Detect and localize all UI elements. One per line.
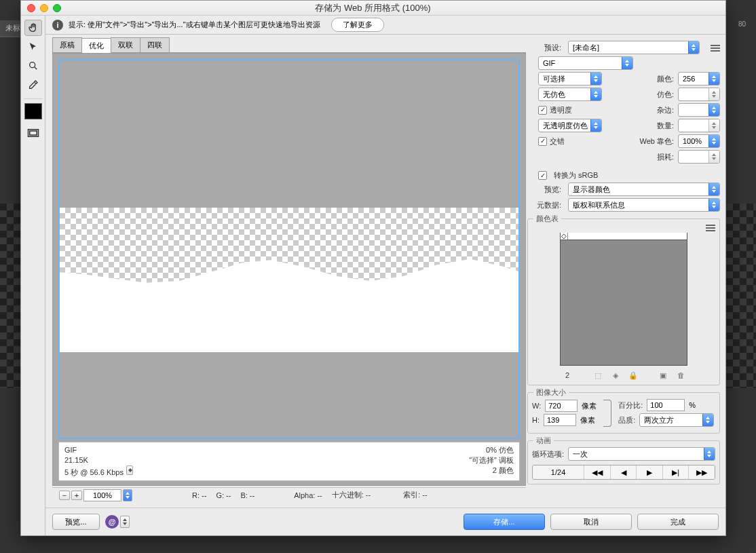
zoom-tool[interactable]	[24, 58, 42, 74]
percent-input[interactable]	[647, 399, 685, 411]
save-for-web-window: 存储为 Web 所用格式 (100%)	[20, 0, 726, 536]
tab-2up[interactable]: 双联	[111, 37, 140, 52]
dialog-buttons: 预览... @ 存储... 取消 完成	[45, 508, 725, 535]
settings-panel: 预设: [未命名] GIF 可选择 颜色: 256	[527, 35, 725, 508]
color-table-swatches[interactable]	[560, 240, 687, 366]
trans-amount-combo	[678, 119, 720, 132]
dither-amount-label: 仿色:	[657, 90, 674, 100]
status-index: 索引: --	[403, 490, 427, 500]
tab-4up[interactable]: 四联	[140, 37, 170, 52]
loop-combo[interactable]: 一次	[568, 447, 715, 461]
width-unit: 像素	[582, 401, 597, 411]
color-table-menu-icon[interactable]	[706, 223, 715, 231]
preview-button[interactable]: 预览...	[52, 514, 100, 530]
preview-mode-tabs: 原稿 优化 双联 四联	[52, 37, 526, 53]
background-canvas-info: 80	[738, 20, 746, 28]
frame-play-button[interactable]: ▶	[637, 465, 663, 479]
percent-label: 百分比:	[618, 400, 643, 411]
preview-profile-combo[interactable]: 显示器颜色	[568, 183, 720, 196]
height-input[interactable]	[544, 414, 576, 426]
color-table-title: 颜色表	[533, 214, 561, 224]
ct-delete-icon[interactable]: 🗑	[675, 370, 687, 381]
window-title: 存储为 Web 所用格式 (100%)	[61, 2, 685, 14]
transparency-checkbox[interactable]	[538, 106, 547, 115]
height-label: H:	[532, 416, 540, 424]
slice-select-tool[interactable]	[24, 39, 42, 55]
preset-combo[interactable]: [未命名]	[568, 41, 700, 54]
frame-last-button[interactable]: ▶▶	[689, 465, 715, 479]
status-bar: − + R: -- G: -- B: -- Alpha: -- 十六进	[52, 487, 526, 502]
zoom-in-btn[interactable]: +	[71, 491, 82, 500]
svg-point-0	[29, 62, 35, 68]
frame-controls: 1/24 ◀◀ ◀ ▶ ▶| ▶▶	[532, 465, 715, 480]
frame-next-button[interactable]: ▶|	[663, 465, 689, 479]
width-input[interactable]	[545, 400, 578, 412]
browser-preview-icon[interactable]: @	[105, 515, 119, 529]
preset-menu-icon[interactable]	[711, 43, 720, 52]
websnap-combo[interactable]: 100%	[678, 134, 720, 148]
interlaced-checkbox[interactable]	[538, 137, 547, 146]
percent-unit: %	[689, 401, 696, 409]
info-size: 21.15K	[64, 455, 133, 465]
toggle-slices-button[interactable]	[24, 125, 42, 141]
transparency-label: 透明度	[550, 105, 572, 115]
width-label: W:	[532, 402, 541, 410]
window-minimize-button[interactable]	[40, 4, 48, 12]
browser-menu-stepper[interactable]	[120, 516, 130, 528]
info-palette: "可选择" 调板	[469, 455, 514, 465]
dither-combo[interactable]: 无仿色	[538, 88, 602, 101]
color-table-header: ◇	[560, 233, 687, 240]
trans-amount-label: 数量:	[657, 121, 674, 131]
tab-optimized[interactable]: 优化	[81, 38, 111, 53]
status-b: B: --	[240, 491, 254, 499]
eyedropper-tool[interactable]	[24, 77, 42, 93]
tab-original[interactable]: 原稿	[52, 37, 82, 52]
preview-profile-label: 预览:	[527, 185, 561, 195]
zoom-level-input[interactable]	[83, 489, 121, 501]
ct-new-icon[interactable]: ▣	[657, 370, 669, 381]
frame-prev-button[interactable]: ◀	[611, 465, 637, 479]
transparency-dither-combo[interactable]: 无透明度仿色	[538, 119, 602, 132]
constrain-proportions-icon[interactable]	[603, 400, 611, 427]
info-format: GIF	[64, 445, 133, 455]
download-rate-popup[interactable]	[126, 465, 133, 475]
frame-first-button[interactable]: ◀◀	[584, 465, 611, 479]
hint-text: 提示: 使用"文件">"导出">"导出为..."或右键单击某个图层可更快速地导出…	[69, 20, 320, 30]
svg-rect-2	[29, 131, 37, 135]
preview-image[interactable]	[58, 59, 520, 439]
reduction-combo[interactable]: 可选择	[538, 72, 602, 85]
info-icon: i	[52, 20, 63, 31]
image-size-title: 图像大小	[533, 387, 569, 398]
ct-btn-1[interactable]: ⬚	[592, 370, 604, 381]
matte-combo[interactable]	[678, 103, 720, 117]
left-toolbar	[21, 16, 45, 535]
eyedropper-color-swatch[interactable]	[24, 103, 42, 119]
ct-lock-icon[interactable]: 🔒	[627, 370, 639, 381]
window-zoom-button[interactable]	[53, 4, 61, 12]
learn-more-button[interactable]: 了解更多	[331, 18, 384, 32]
dither-amount-combo	[678, 88, 720, 101]
ct-btn-2[interactable]: ◈	[609, 370, 622, 381]
done-button[interactable]: 完成	[637, 514, 719, 530]
status-g: G: --	[216, 491, 231, 499]
color-count: 2	[561, 371, 574, 379]
window-close-button[interactable]	[27, 4, 35, 12]
status-r: R: --	[192, 491, 206, 499]
convert-srgb-checkbox[interactable]	[538, 171, 547, 180]
metadata-combo[interactable]: 版权和联系信息	[568, 198, 720, 212]
window-titlebar: 存储为 Web 所用格式 (100%)	[21, 1, 725, 16]
hand-tool[interactable]	[24, 20, 42, 36]
quality-combo[interactable]: 两次立方	[639, 413, 714, 427]
preview-area: GIF 21.15K 5 秒 @ 56.6 Kbps 0% 仿色 "可选择" 调…	[52, 53, 526, 486]
colors-combo[interactable]: 256	[678, 72, 720, 85]
zoom-out-btn[interactable]: −	[59, 491, 70, 500]
quality-label: 品质:	[618, 415, 635, 425]
interlaced-label: 交错	[550, 136, 565, 147]
format-combo[interactable]: GIF	[538, 56, 633, 70]
status-alpha: Alpha: --	[294, 491, 322, 499]
loop-label: 循环选项:	[532, 449, 564, 459]
save-button[interactable]: 存储...	[464, 514, 545, 530]
image-size-fieldset: 图像大小 W:像素 H:像素 百分比:% 品质:两次立方	[527, 392, 720, 434]
zoom-stepper[interactable]	[123, 489, 132, 501]
cancel-button[interactable]: 取消	[550, 514, 632, 530]
